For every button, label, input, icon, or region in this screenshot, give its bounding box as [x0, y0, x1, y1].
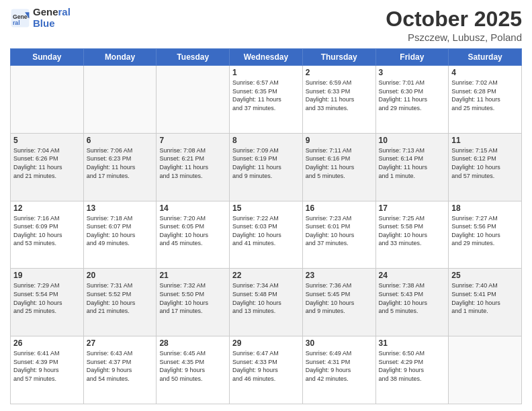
calendar-cell: 27Sunrise: 6:43 AM Sunset: 4:37 PM Dayli…: [83, 336, 157, 404]
calendar-cell: 18Sunrise: 7:27 AM Sunset: 5:56 PM Dayli…: [449, 201, 522, 269]
day-number: 11: [451, 136, 519, 145]
calendar-header-friday: Friday: [375, 49, 449, 66]
day-info: Sunrise: 7:29 AM Sunset: 5:54 PM Dayligh…: [13, 281, 81, 315]
day-info: Sunrise: 7:13 AM Sunset: 6:14 PM Dayligh…: [379, 146, 446, 180]
calendar-cell: 3Sunrise: 7:01 AM Sunset: 6:30 PM Daylig…: [375, 66, 449, 134]
day-info: Sunrise: 7:38 AM Sunset: 5:43 PM Dayligh…: [379, 281, 446, 315]
day-info: Sunrise: 6:47 AM Sunset: 4:33 PM Dayligh…: [232, 349, 300, 383]
day-number: 20: [87, 271, 154, 280]
day-number: 21: [159, 271, 226, 280]
svg-text:ral: ral: [13, 19, 20, 26]
calendar-cell: 30Sunrise: 6:49 AM Sunset: 4:31 PM Dayli…: [302, 336, 375, 404]
calendar-table: SundayMondayTuesdayWednesdayThursdayFrid…: [10, 48, 522, 404]
calendar-week-5: 26Sunrise: 6:41 AM Sunset: 4:39 PM Dayli…: [11, 336, 522, 404]
day-info: Sunrise: 7:01 AM Sunset: 6:30 PM Dayligh…: [379, 79, 446, 112]
day-number: 18: [451, 203, 519, 213]
header: Gene- ral General Blue October 2025 Pszc…: [10, 7, 522, 43]
calendar-cell: 23Sunrise: 7:36 AM Sunset: 5:45 PM Dayli…: [302, 269, 375, 336]
calendar-cell: 6Sunrise: 7:06 AM Sunset: 6:23 PM Daylig…: [83, 133, 157, 201]
location-title: Pszczew, Lubusz, Poland: [386, 32, 522, 43]
day-number: 23: [306, 271, 373, 280]
day-info: Sunrise: 7:15 AM Sunset: 6:12 PM Dayligh…: [451, 146, 519, 180]
day-number: 25: [451, 271, 519, 280]
day-number: 10: [379, 136, 446, 145]
day-info: Sunrise: 7:20 AM Sunset: 6:05 PM Dayligh…: [159, 214, 226, 248]
calendar-week-4: 19Sunrise: 7:29 AM Sunset: 5:54 PM Dayli…: [11, 269, 522, 336]
calendar-cell: 20Sunrise: 7:31 AM Sunset: 5:52 PM Dayli…: [83, 269, 157, 336]
calendar-cell: 16Sunrise: 7:23 AM Sunset: 6:01 PM Dayli…: [302, 201, 375, 269]
logo-text: General Blue: [33, 7, 71, 29]
calendar-cell: [157, 66, 230, 134]
day-info: Sunrise: 7:34 AM Sunset: 5:48 PM Dayligh…: [232, 281, 300, 315]
calendar-cell: [83, 66, 157, 134]
day-number: 27: [87, 338, 154, 348]
day-number: 17: [379, 203, 446, 213]
day-number: 5: [13, 136, 81, 145]
logo-icon: Gene- ral: [10, 8, 30, 28]
calendar-cell: 26Sunrise: 6:41 AM Sunset: 4:39 PM Dayli…: [11, 336, 84, 404]
day-info: Sunrise: 7:02 AM Sunset: 6:28 PM Dayligh…: [451, 79, 519, 112]
day-info: Sunrise: 7:25 AM Sunset: 5:58 PM Dayligh…: [379, 214, 446, 248]
day-info: Sunrise: 6:57 AM Sunset: 6:35 PM Dayligh…: [232, 79, 300, 112]
day-number: 9: [306, 136, 373, 145]
day-info: Sunrise: 7:40 AM Sunset: 5:41 PM Dayligh…: [451, 281, 519, 315]
day-number: 19: [13, 271, 81, 280]
calendar-cell: 12Sunrise: 7:16 AM Sunset: 6:09 PM Dayli…: [11, 201, 84, 269]
calendar-cell: 28Sunrise: 6:45 AM Sunset: 4:35 PM Dayli…: [157, 336, 230, 404]
calendar-cell: 24Sunrise: 7:38 AM Sunset: 5:43 PM Dayli…: [375, 269, 449, 336]
day-number: 30: [306, 338, 373, 348]
calendar-cell: 1Sunrise: 6:57 AM Sunset: 6:35 PM Daylig…: [230, 66, 303, 134]
day-info: Sunrise: 7:08 AM Sunset: 6:21 PM Dayligh…: [159, 146, 226, 180]
day-info: Sunrise: 6:50 AM Sunset: 4:29 PM Dayligh…: [379, 349, 446, 383]
day-number: 4: [451, 68, 519, 77]
day-number: 3: [379, 68, 446, 77]
calendar-cell: 15Sunrise: 7:22 AM Sunset: 6:03 PM Dayli…: [230, 201, 303, 269]
calendar-week-2: 5Sunrise: 7:04 AM Sunset: 6:26 PM Daylig…: [11, 133, 522, 201]
title-block: October 2025 Pszczew, Lubusz, Poland: [386, 7, 522, 43]
calendar-cell: 29Sunrise: 6:47 AM Sunset: 4:33 PM Dayli…: [230, 336, 303, 404]
calendar-cell: 22Sunrise: 7:34 AM Sunset: 5:48 PM Dayli…: [230, 269, 303, 336]
day-number: 12: [13, 203, 81, 213]
calendar-header-wednesday: Wednesday: [230, 49, 303, 66]
calendar-cell: 5Sunrise: 7:04 AM Sunset: 6:26 PM Daylig…: [11, 133, 84, 201]
day-number: 6: [87, 136, 154, 145]
calendar-header-sunday: Sunday: [11, 49, 84, 66]
calendar-cell: [11, 66, 84, 134]
calendar-header-saturday: Saturday: [449, 49, 522, 66]
calendar-cell: 7Sunrise: 7:08 AM Sunset: 6:21 PM Daylig…: [157, 133, 230, 201]
calendar-cell: 21Sunrise: 7:32 AM Sunset: 5:50 PM Dayli…: [157, 269, 230, 336]
day-number: 14: [159, 203, 226, 213]
day-info: Sunrise: 6:59 AM Sunset: 6:33 PM Dayligh…: [306, 79, 373, 112]
calendar-cell: 14Sunrise: 7:20 AM Sunset: 6:05 PM Dayli…: [157, 201, 230, 269]
day-info: Sunrise: 7:23 AM Sunset: 6:01 PM Dayligh…: [306, 214, 373, 248]
day-info: Sunrise: 7:11 AM Sunset: 6:16 PM Dayligh…: [306, 146, 373, 180]
day-info: Sunrise: 7:18 AM Sunset: 6:07 PM Dayligh…: [87, 214, 154, 248]
day-info: Sunrise: 7:16 AM Sunset: 6:09 PM Dayligh…: [13, 214, 81, 248]
day-number: 29: [232, 338, 300, 348]
month-title: October 2025: [386, 7, 522, 32]
day-number: 28: [159, 338, 226, 348]
calendar-cell: 13Sunrise: 7:18 AM Sunset: 6:07 PM Dayli…: [83, 201, 157, 269]
day-info: Sunrise: 7:27 AM Sunset: 5:56 PM Dayligh…: [451, 214, 519, 248]
day-number: 1: [232, 68, 300, 77]
calendar-header-monday: Monday: [83, 49, 157, 66]
day-number: 13: [87, 203, 154, 213]
calendar-cell: 11Sunrise: 7:15 AM Sunset: 6:12 PM Dayli…: [449, 133, 522, 201]
calendar-week-1: 1Sunrise: 6:57 AM Sunset: 6:35 PM Daylig…: [11, 66, 522, 134]
day-number: 15: [232, 203, 300, 213]
logo: Gene- ral General Blue: [10, 7, 71, 29]
calendar-cell: [449, 336, 522, 404]
day-number: 24: [379, 271, 446, 280]
calendar-cell: 2Sunrise: 6:59 AM Sunset: 6:33 PM Daylig…: [302, 66, 375, 134]
calendar-header-row: SundayMondayTuesdayWednesdayThursdayFrid…: [11, 49, 522, 66]
calendar-header-thursday: Thursday: [302, 49, 375, 66]
calendar-cell: 8Sunrise: 7:09 AM Sunset: 6:19 PM Daylig…: [230, 133, 303, 201]
day-info: Sunrise: 7:04 AM Sunset: 6:26 PM Dayligh…: [13, 146, 81, 180]
day-number: 8: [232, 136, 300, 145]
day-number: 16: [306, 203, 373, 213]
day-info: Sunrise: 7:36 AM Sunset: 5:45 PM Dayligh…: [306, 281, 373, 315]
day-info: Sunrise: 7:22 AM Sunset: 6:03 PM Dayligh…: [232, 214, 300, 248]
calendar-cell: 17Sunrise: 7:25 AM Sunset: 5:58 PM Dayli…: [375, 201, 449, 269]
calendar-cell: 10Sunrise: 7:13 AM Sunset: 6:14 PM Dayli…: [375, 133, 449, 201]
calendar-header-tuesday: Tuesday: [157, 49, 230, 66]
